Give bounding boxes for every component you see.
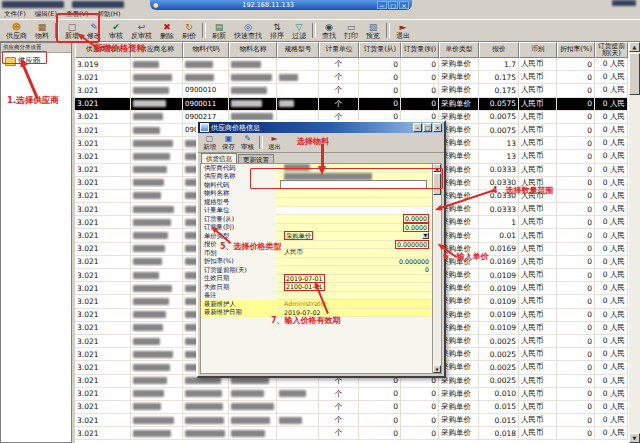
scroll-thumb[interactable] (629, 53, 640, 95)
toolbar-button-refresh-price[interactable]: ↻刷价 (178, 20, 200, 41)
column-header[interactable]: 订货提前期(天) (595, 42, 628, 58)
cell-discount: 0 (557, 335, 595, 347)
toolbar-separator (386, 23, 390, 38)
cell-supplier-name (131, 71, 183, 83)
table-row[interactable]: 3.021个00采购单价0.018人民币00 人民 (75, 427, 628, 440)
toolbar-button-new[interactable]: ▢新增 (200, 133, 219, 152)
column-header[interactable]: 单价类型 (439, 42, 479, 58)
cell-material-name (229, 427, 277, 439)
toolbar-button-exit[interactable]: ►退出 (392, 20, 414, 41)
field-label: 最新维护日期 (201, 308, 276, 317)
field-value[interactable] (276, 198, 431, 207)
toolbar-button-unaudit[interactable]: ↩反审核 (127, 20, 156, 41)
field-value[interactable] (276, 190, 431, 199)
dialog-field-row: 物料名称 (201, 190, 441, 199)
column-header[interactable]: 计量单位 (319, 42, 359, 58)
field-value[interactable]: 人民币 (276, 249, 431, 258)
field-value[interactable]: 2100-01-01 (276, 283, 431, 292)
toolbar-button-save[interactable]: ▣保存 (219, 133, 238, 152)
dialog-control-button[interactable]: × (433, 123, 442, 132)
cell-lead-time: 0 人民 (595, 84, 628, 96)
cell-supplier-code: 3.021 (75, 203, 131, 215)
window-control-button[interactable]: × (399, 1, 409, 9)
field-value[interactable] (276, 164, 431, 173)
menu-item[interactable]: 帮助(H) (98, 10, 121, 19)
cell-currency: 人民币 (519, 282, 557, 294)
scroll-down-icon[interactable]: ▼ (629, 433, 640, 443)
field-value[interactable]: 0.000000 (276, 258, 431, 267)
column-header[interactable]: 供应商代码 (75, 42, 131, 58)
table-row[interactable]: 3.021个00采购单价0.015人民币00 人民 (75, 401, 628, 414)
table-row[interactable]: 3.019个00采购单价1.7人民币00 人民 (75, 58, 628, 71)
toolbar-button-supplier[interactable]: ☻供应商 (2, 20, 31, 41)
pin-icon[interactable]: ● (153, 0, 158, 10)
toolbar-button-filter[interactable]: ▽过滤 (288, 20, 310, 41)
new-icon: ▢ (206, 134, 214, 143)
column-header[interactable]: 订货量(到) (401, 42, 439, 58)
dialog-field-row: 订货量(到)0.0000 (201, 224, 441, 233)
combo-arrow-icon[interactable]: ▼ (422, 232, 429, 239)
tree-item-supplier[interactable]: 供应商 (1, 53, 71, 66)
cell-price-type: 采购单价 (439, 84, 479, 96)
dialog-titlebar[interactable]: 供应商价格信息 −□× (198, 122, 444, 133)
toolbar-button-edit[interactable]: ✎审核 (238, 133, 257, 152)
menu-item[interactable]: 查看(V) (66, 10, 89, 19)
redacted-text (231, 74, 272, 81)
vertical-scrollbar[interactable]: ▲ ▼ (628, 42, 640, 443)
toolbar-button-find[interactable]: ◉查找 (318, 20, 340, 41)
toolbar-button-sort[interactable]: ⇅排序 (266, 20, 288, 41)
cell-currency: 人民币 (519, 190, 557, 202)
column-header[interactable]: 规格型号 (277, 42, 319, 58)
menu-item[interactable]: 编辑(E) (35, 10, 57, 19)
window-control-button[interactable]: − (377, 1, 387, 9)
table-row[interactable]: 3.0210900011个00采购单价0.0575人民币00 人民 (75, 98, 628, 111)
scroll-down-icon[interactable]: ▼ (433, 365, 441, 373)
print-icon: ▭ (347, 22, 356, 32)
toolbar-button-new[interactable]: ▢新增 (61, 20, 83, 41)
toolbar-button-print[interactable]: ▭打印 (340, 20, 362, 41)
field-value[interactable]: Administrator (276, 300, 431, 309)
toolbar-button-edit[interactable]: ✎修改 (83, 20, 105, 41)
column-header[interactable]: 供应商名称 (131, 42, 183, 58)
column-header[interactable]: 币别 (519, 42, 557, 58)
field-value[interactable] (276, 181, 431, 190)
cell-quote: 0.0330 (479, 177, 519, 189)
column-header[interactable]: 物料代码 (183, 42, 229, 58)
scroll-thumb[interactable] (433, 173, 441, 195)
toolbar-button-label: 新增 (203, 143, 216, 151)
toolbar-button-delete[interactable]: ✖删除 (156, 20, 178, 41)
window-control-button[interactable]: □ (388, 1, 398, 9)
toolbar-button-label: 物料 (35, 32, 49, 40)
field-value[interactable] (276, 292, 431, 301)
column-header[interactable]: 折扣率(%) (557, 42, 595, 58)
menu-item[interactable]: 文件(F) (4, 10, 26, 19)
toolbar-button-audit[interactable]: ✔审核 (105, 20, 127, 41)
scroll-up-icon[interactable]: ▲ (629, 42, 640, 52)
cell-unit: 个 (319, 401, 359, 413)
toolbar-button-preview[interactable]: ▧预览 (362, 20, 384, 41)
cell-supplier-code: 3.021 (75, 269, 131, 281)
table-row[interactable]: 3.0210900010个00采购单价0.175人民币00 人民 (75, 84, 628, 97)
dialog-control-button[interactable]: − (413, 123, 422, 132)
toolbar-button-refresh[interactable]: ▤刷新 (208, 20, 230, 41)
dialog-form-scrollbar[interactable]: ▲ ▼ (432, 164, 441, 373)
cell-spec (277, 58, 319, 70)
cell-currency: 人民币 (519, 427, 557, 439)
redacted-text (133, 364, 170, 371)
table-row[interactable]: 3.021个00采购单价0.175人民币00 人民 (75, 71, 628, 84)
dialog-toolbar: ▢新增▣保存✎审核►退出 (198, 133, 444, 153)
column-header[interactable]: 物料名称 (229, 42, 277, 58)
table-row[interactable]: 3.021个00采购单价0.010人民币00 人民 (75, 388, 628, 401)
scroll-up-icon[interactable]: ▲ (433, 164, 441, 172)
material-code-input[interactable] (280, 180, 427, 189)
cell-material-name (229, 414, 277, 426)
column-header[interactable]: 订货量(从) (359, 42, 401, 58)
dialog-control-button[interactable]: □ (423, 123, 432, 132)
toolbar-button-material[interactable]: ▦物料 (31, 20, 53, 41)
cell-quote: 0.0109 (479, 282, 519, 294)
table-row[interactable]: 3.021个00采购单价0.015人民币00 人民 (75, 414, 628, 427)
toolbar-button-exit[interactable]: ►退出 (265, 133, 284, 152)
toolbar-button-quick-find[interactable]: ◎快速查找 (230, 20, 266, 41)
column-header[interactable]: 报价 (479, 42, 519, 58)
field-value[interactable]: 2019-07-02 (276, 309, 431, 318)
